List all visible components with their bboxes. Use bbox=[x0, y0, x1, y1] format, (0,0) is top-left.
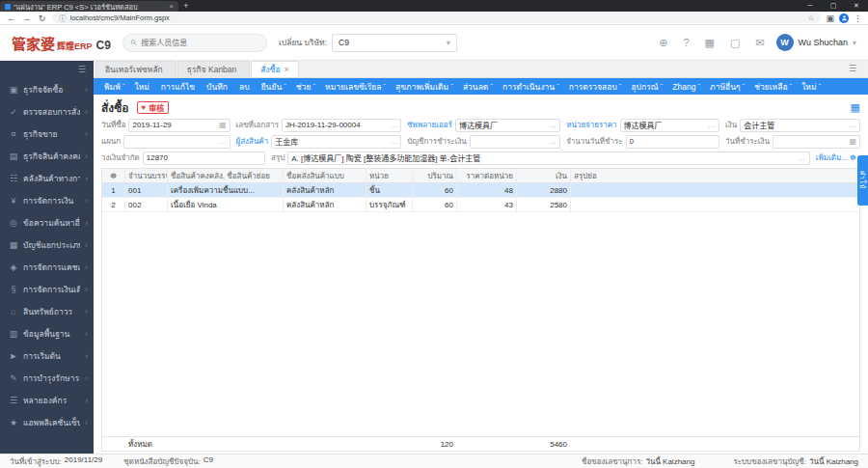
maximize-button[interactable]: ▢ bbox=[822, 0, 845, 12]
address-bar[interactable]: ⓘ localhost/cmc9/MainForm.gspx ☆ bbox=[52, 13, 821, 23]
menubar-item[interactable]: ลบ bbox=[234, 78, 257, 95]
field-input[interactable]: … bbox=[123, 135, 230, 149]
extensions-icon[interactable]: ▣ bbox=[826, 14, 834, 23]
search-input[interactable] bbox=[141, 39, 259, 47]
table-row[interactable]: 2 002 เนื้อเยื่อ Vinda คลังสินค้าหลัก บร… bbox=[102, 198, 859, 212]
field-suffix-icon[interactable]: … bbox=[849, 121, 856, 129]
column-header-warehouse[interactable]: ชื่อคลังสินค้าแบบ bbox=[284, 169, 366, 182]
field-input[interactable]: 博达模具厂 … bbox=[455, 119, 560, 132]
menubar-item[interactable]: สุขภาพเพิ่มเติม ˇ bbox=[391, 78, 458, 95]
document-tab[interactable]: ธุรกิจ Kanban bbox=[177, 61, 251, 77]
field-input[interactable]: ▦ bbox=[773, 135, 860, 149]
sidebar-item[interactable]: ▦ บัญชีแยกประเภททั่วไป › bbox=[0, 234, 94, 256]
field-input[interactable]: 0 bbox=[626, 135, 720, 149]
help-icon[interactable]: ? bbox=[683, 37, 689, 48]
browser-tab[interactable]: "แผ่นงาน" ERP C9 <S> เวอร์ชันทดสอบ × bbox=[0, 1, 178, 12]
bookmark-star-icon[interactable]: ☆ bbox=[808, 14, 815, 22]
menubar-item[interactable]: ช่วยเหลือ ˇ bbox=[749, 78, 797, 95]
new-tab-button[interactable]: + bbox=[178, 0, 194, 12]
menubar-item[interactable]: ช่วย ˇ bbox=[291, 78, 320, 95]
menubar-item[interactable]: Zhang ˇ bbox=[667, 78, 705, 95]
sidebar-collapse-icon[interactable]: ☰ bbox=[78, 65, 86, 78]
field-input[interactable]: … bbox=[470, 135, 560, 149]
menubar-item[interactable]: ภาษีอื่นๆ ˇ bbox=[705, 78, 749, 95]
field-suffix-icon[interactable]: … bbox=[549, 137, 556, 146]
column-header-product[interactable]: ชื่อสินค้าคงคลัง, ชื่อสินค้าย่อย bbox=[168, 169, 284, 182]
sidebar-item[interactable]: ¤ ธุรกิจขาย › bbox=[0, 123, 94, 145]
table-settings-gear-icon[interactable]: ☸ bbox=[102, 169, 125, 182]
sidebar-item[interactable]: ☰ หลายองค์กร › bbox=[0, 389, 94, 411]
field-suffix-icon[interactable]: ▦ bbox=[849, 137, 856, 146]
site-info-icon[interactable]: ⓘ bbox=[59, 13, 67, 23]
menubar-item[interactable]: อุปกรณ์ ˇ bbox=[626, 78, 667, 95]
sidebar-item[interactable]: ✓ ตรวจสอบการสั่งซื้อ › bbox=[0, 100, 94, 123]
menubar-item[interactable]: การตรวจสอบ ˇ bbox=[564, 78, 627, 95]
field-input[interactable]: 12870 bbox=[143, 151, 265, 165]
field-input[interactable]: A. [博达模具厂] 陶瓷 [整装通多功能加湿器] 单-会计主管 … bbox=[287, 151, 809, 165]
user-menu[interactable]: W Wu Shuchan ▾ bbox=[776, 34, 856, 51]
field-input[interactable]: 会计主管 … bbox=[740, 119, 860, 132]
menubar-item[interactable]: ส่วนลด ˇ bbox=[458, 78, 498, 95]
menubar-item[interactable]: การแก้ไข bbox=[156, 78, 202, 95]
mail-icon[interactable]: ✉ bbox=[755, 37, 764, 49]
global-search[interactable] bbox=[122, 34, 267, 52]
field-input[interactable]: 2019-11-29 ▦ bbox=[128, 119, 230, 132]
forward-icon[interactable]: → bbox=[21, 14, 32, 23]
sidebar-item[interactable]: ☷ คลังสินค้าทางการบัญชี › bbox=[0, 167, 94, 189]
column-header-qty[interactable]: ปริมาณ bbox=[413, 169, 457, 182]
fullscreen-icon[interactable]: ▢ bbox=[730, 37, 740, 49]
column-header-price[interactable]: ราคาต่อหน่วย bbox=[457, 169, 517, 182]
close-button[interactable]: ✕ bbox=[845, 0, 868, 12]
sidebar-item[interactable]: ¥ การจัดการเงิน › bbox=[0, 189, 94, 211]
field-suffix-icon[interactable]: … bbox=[799, 153, 806, 162]
field-suffix-icon[interactable]: … bbox=[708, 121, 716, 129]
sidebar-item[interactable]: ► การเริ่มต้น › bbox=[0, 344, 94, 367]
qr-code-icon[interactable]: ▦ bbox=[851, 101, 860, 114]
browser-menu-icon[interactable]: ⋮ bbox=[854, 14, 862, 23]
back-icon[interactable]: ← bbox=[6, 14, 16, 23]
field-input[interactable]: 王金库 … bbox=[271, 135, 401, 149]
field-input[interactable]: 博达模具厂 … bbox=[620, 119, 720, 132]
table-row[interactable]: 1 001 เครื่องเพิ่มความชื้นแบบ... คลังสิน… bbox=[102, 183, 859, 198]
sidebar-item[interactable]: ◎ ข้อความค้นหาอื่น ๆ › bbox=[0, 211, 94, 234]
tab-close-icon[interactable]: × bbox=[285, 65, 289, 74]
menubar-item[interactable]: บันทึก bbox=[202, 78, 234, 95]
column-header-unit[interactable]: หน่วย bbox=[366, 169, 413, 182]
tab-close-icon[interactable]: × bbox=[169, 2, 174, 11]
browser-profile-avatar[interactable] bbox=[839, 14, 849, 23]
sidebar-item[interactable]: § การจัดการเงินเดือน › bbox=[0, 278, 94, 300]
sidebar-item[interactable]: ✎ การบำรุงรักษาระบบ › bbox=[0, 367, 94, 389]
menubar-item[interactable]: ใหม่ bbox=[129, 78, 155, 95]
document-tab[interactable]: อินเทอร์เฟซหลัก bbox=[95, 61, 176, 77]
more-options-link[interactable]: เพิ่มเติม... ☸ bbox=[816, 151, 860, 164]
field-suffix-icon[interactable]: … bbox=[549, 121, 556, 129]
url-text[interactable]: localhost/cmc9/MainForm.gspx bbox=[70, 14, 804, 22]
sidebar-item[interactable]: ★ แอพพลิเคชั่นเซ็นเตอร์ › bbox=[0, 411, 94, 433]
field-input[interactable]: JH-2019-11-29-00004 … bbox=[282, 119, 401, 132]
sidebar-item[interactable]: ◈ การจัดการแคชเชียร์ › bbox=[0, 256, 94, 278]
company-select[interactable]: C9 ▾ bbox=[332, 34, 457, 52]
field-suffix-icon[interactable]: … bbox=[390, 121, 397, 129]
menubar-item[interactable]: ใหม่ ˇ bbox=[797, 78, 826, 95]
field-suffix-icon[interactable]: ▦ bbox=[219, 121, 227, 129]
reload-icon[interactable]: ↻ bbox=[37, 14, 47, 23]
menubar-item[interactable]: ยืนยัน ˇ bbox=[257, 78, 291, 95]
field-suffix-icon[interactable]: … bbox=[390, 137, 397, 146]
sidebar-item[interactable]: ▤ ธุรกิจสินค้าคงคลัง › bbox=[0, 145, 94, 167]
minimize-button[interactable]: ─ bbox=[799, 0, 822, 12]
apps-grid-icon[interactable]: ▦ bbox=[705, 37, 715, 49]
menubar-item[interactable]: หมายเลขซีเรียล ˇ bbox=[320, 78, 391, 95]
sidebar-item[interactable]: ⌂ สินทรัพย์ถาวร › bbox=[0, 300, 94, 322]
column-header-note[interactable]: สรุปย่อ bbox=[571, 169, 859, 182]
sidebar-item[interactable]: ▥ ข้อมูลพื้นฐาน › bbox=[0, 322, 94, 344]
column-header-amount[interactable]: เงิน bbox=[517, 169, 571, 182]
menubar-item[interactable]: พิมพ์ ˇ bbox=[99, 78, 129, 95]
menubar-item[interactable]: การดำเนินงาน ˇ bbox=[498, 78, 564, 95]
side-panel-tab[interactable]: คำใบ้ bbox=[857, 155, 868, 206]
sidebar-item[interactable]: ▣ ธุรกิจจัดซื้อ › bbox=[0, 78, 94, 100]
tab-list-menu-icon[interactable]: ☰ bbox=[841, 64, 864, 73]
column-header-code[interactable]: จำนวนบรรจุ bbox=[125, 169, 168, 182]
document-tab[interactable]: สั่งซื้อ × bbox=[251, 61, 298, 77]
add-user-icon[interactable]: ⊕ bbox=[659, 37, 667, 49]
field-suffix-icon[interactable]: … bbox=[219, 137, 227, 146]
